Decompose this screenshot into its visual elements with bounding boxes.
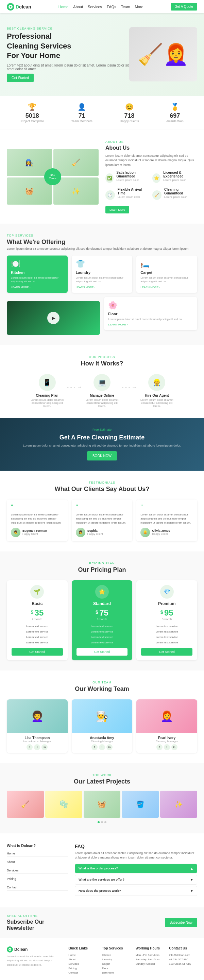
- faq-nav-pricing[interactable]: Pricing: [7, 876, 68, 882]
- footer-hours-title: Working Hours: [136, 947, 164, 950]
- footer-service-kitchen[interactable]: Kitchen: [102, 953, 130, 957]
- nav-faqs[interactable]: FAQs: [107, 5, 116, 9]
- footer-link-about[interactable]: About: [68, 957, 96, 962]
- stats-section: 🏆 5018 Project Complete 👤 71 Team Member…: [0, 96, 204, 130]
- about-learn-button[interactable]: Learn More: [105, 206, 129, 213]
- plan-premium-button[interactable]: Get Started: [141, 648, 193, 655]
- testimonials-tag: Testimonials: [7, 481, 197, 484]
- play-button[interactable]: ▶: [47, 312, 59, 324]
- service-desc-1: Lorem ipsum dolor sit amet consectetur a…: [76, 276, 129, 283]
- hero-content: Best Cleaning Service ProfessionalCleani…: [7, 27, 129, 82]
- step-1: 📱 Cleaning Plan Lorem ipsum dolor sit am…: [30, 374, 64, 407]
- dot-1[interactable]: [98, 821, 100, 823]
- faq-left-title: What is Dclean?: [7, 843, 68, 848]
- footer-link-services[interactable]: Services: [68, 962, 96, 966]
- feature-arrival-icon: 🕐: [105, 190, 115, 200]
- footer-link-home[interactable]: Home: [68, 953, 96, 957]
- testimonial-text-1: Lorem ipsum dolor sit amet consectetur a…: [76, 513, 129, 525]
- instagram-icon-2[interactable]: in: [171, 744, 177, 750]
- author-role-0: Happy Client: [22, 532, 47, 536]
- stat-projects: 🏆 5018 Project Complete: [21, 103, 44, 123]
- dot-3[interactable]: [104, 821, 106, 823]
- nav-services[interactable]: Services: [88, 5, 102, 9]
- instagram-icon-0[interactable]: in: [42, 744, 48, 750]
- hero-cta-button[interactable]: Get Started: [7, 74, 34, 82]
- facebook-icon-1[interactable]: f: [92, 744, 98, 750]
- service-link-2[interactable]: LEARN MORE ›: [140, 286, 193, 289]
- plan-basic-button[interactable]: Get Started: [11, 648, 63, 655]
- twitter-icon-2[interactable]: t: [164, 744, 170, 750]
- faq-question-2[interactable]: How does the process work? ▼: [75, 886, 197, 896]
- dot-2[interactable]: [101, 821, 103, 823]
- author-0: 👨 Eugene Freeman Happy Client: [11, 528, 64, 537]
- faq-nav-services[interactable]: Services: [7, 867, 68, 874]
- stat-projects-number: 5018: [21, 112, 44, 119]
- testimonials-title: What Our Clients Say About Us?: [7, 485, 197, 493]
- plan-basic-period: / month: [11, 617, 63, 621]
- stat-team-label: Team Members: [71, 119, 93, 123]
- nav-cta-button[interactable]: Get A Quote: [171, 3, 197, 11]
- footer-service-laundry[interactable]: Laundry: [102, 957, 130, 962]
- plan-basic-name: Basic: [11, 601, 63, 606]
- faq-question-1[interactable]: What are the services we offer? ▼: [75, 875, 197, 884]
- testimonials-grid: " Lorem ipsum dolor sit amet consectetur…: [7, 500, 197, 541]
- footer-col-contact: Contact Us info@dclean.com +1 234 567 89…: [169, 947, 197, 975]
- testimonial-text-0: Lorem ipsum dolor sit amet consectetur a…: [11, 513, 64, 525]
- services-tag: Top Services: [7, 234, 197, 237]
- service-icon-0: 🍽️: [11, 259, 64, 269]
- team-img-1: 👨‍🍳: [72, 699, 133, 733]
- faq-nav-home[interactable]: Home: [7, 850, 68, 857]
- facebook-icon-2[interactable]: f: [156, 744, 162, 750]
- footer-service-carpet[interactable]: Carpet: [102, 962, 130, 966]
- footer-contact-phone[interactable]: +1 234 567 890: [169, 957, 197, 962]
- nav-about[interactable]: About: [73, 5, 83, 9]
- step-2-icon: 💻: [93, 374, 111, 391]
- service-link-0[interactable]: LEARN MORE ›: [11, 286, 64, 289]
- nav-home[interactable]: Home: [58, 5, 68, 9]
- hero-image: 🧹👩‍🦰: [129, 27, 197, 81]
- footer-contact-email[interactable]: info@dclean.com: [169, 953, 197, 957]
- author-info-2: Olivia Jones Happy Client: [152, 529, 170, 536]
- author-name-1: Sophia: [87, 529, 103, 532]
- service-card-0: 🍽️ Kitchen Lorem ipsum dolor sit amet co…: [7, 256, 67, 293]
- plan-premium-features: Lorem text serviceLorem text serviceLore…: [141, 624, 193, 646]
- footer-service-floor[interactable]: Floor: [102, 966, 130, 970]
- team-name-1: Anastasia Amy: [74, 736, 130, 740]
- plan-standard-button[interactable]: Get Started: [77, 648, 128, 655]
- facebook-icon-0[interactable]: f: [27, 744, 33, 750]
- testimonial-1: " Lorem ipsum dolor sit amet consectetur…: [72, 500, 133, 541]
- newsletter-subscribe-button[interactable]: Subscribe Now: [165, 918, 197, 927]
- about-img-3: 🧺: [7, 177, 52, 205]
- about-desc: Lorem ipsum dolor sit amet consectetur a…: [105, 154, 197, 168]
- pricing-grid: 🌱 Basic $ 35 / month Lorem text serviceL…: [7, 580, 197, 660]
- services-row2: ▶ 🌸 Floor Lorem ipsum dolor sit amet con…: [7, 297, 197, 335]
- author-1: 👩 Sophia Happy Client: [76, 528, 129, 537]
- services-desc: Lorem ipsum dolor sit amet consectetur a…: [7, 247, 197, 250]
- stat-clients-label: Happy Clients: [120, 119, 139, 123]
- twitter-icon-0[interactable]: t: [34, 744, 40, 750]
- logo[interactable]: Dclean: [7, 3, 31, 11]
- team-role-1: Cleaning Manager: [74, 740, 130, 743]
- plan-basic-price-container: $ 35: [11, 608, 63, 617]
- newsletter-title: Subscribe OurNewsletter: [7, 919, 44, 931]
- nav-team[interactable]: Team: [121, 5, 130, 9]
- nav-more[interactable]: More: [135, 5, 143, 9]
- footer-service-bathroom[interactable]: Bathroom: [102, 970, 130, 975]
- twitter-icon-1[interactable]: t: [99, 744, 105, 750]
- team-member-2: 👩‍🦰 Pearl Ivory Cleaning Manager f t in: [137, 699, 197, 753]
- faq-nav-contact[interactable]: Contact: [7, 884, 68, 891]
- faq-chevron-0: ▲: [190, 867, 193, 870]
- stat-clients-number: 718: [120, 112, 139, 119]
- estimate-cta-button[interactable]: BOOK NOW: [87, 451, 117, 460]
- faq-question-0[interactable]: What is the order process? ▲: [75, 864, 197, 873]
- footer-link-pricing[interactable]: Pricing: [68, 966, 96, 970]
- feature-satisfaction: ✅ Satisfaction Guaranteed Lorem ipsum do…: [105, 171, 150, 186]
- how-tag: Our Process: [7, 355, 197, 359]
- footer-hours-sunday: Sunday: Closed: [136, 962, 164, 966]
- instagram-icon-1[interactable]: in: [106, 744, 112, 750]
- faq-nav-about[interactable]: About: [7, 859, 68, 865]
- footer-link-contact[interactable]: Contact: [68, 970, 96, 975]
- service-link-1[interactable]: LEARN MORE ›: [76, 286, 129, 289]
- video-banner: ▶: [7, 301, 100, 335]
- service-link-3[interactable]: LEARN MORE ›: [108, 323, 193, 326]
